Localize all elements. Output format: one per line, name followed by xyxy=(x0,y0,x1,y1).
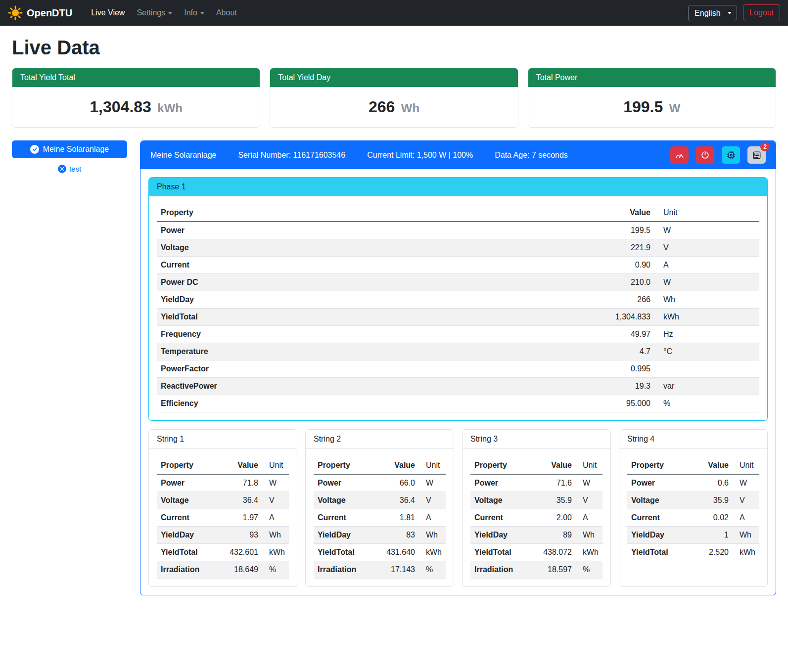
power-button[interactable] xyxy=(696,146,714,164)
unit-cell: V xyxy=(576,492,603,509)
card-title: Total Yield Total xyxy=(12,68,260,87)
logout-button[interactable]: Logout xyxy=(743,4,780,21)
unit-cell: Wh xyxy=(576,527,603,544)
check-circle-icon xyxy=(30,145,39,154)
string-card-title: String 3 xyxy=(463,430,610,449)
device-info-button[interactable] xyxy=(722,146,740,164)
value-cell: 1 xyxy=(697,527,733,544)
property-cell: Irradiation xyxy=(470,561,539,579)
table-header-row: Property Value Unit xyxy=(470,457,603,474)
live-data-page: Live Data Total Yield Total 1,304.83 kWh… xyxy=(0,26,788,607)
table-row: YieldDay 89 Wh xyxy=(470,527,603,544)
string-card-title: String 2 xyxy=(306,430,454,449)
event-count-badge: 2 xyxy=(760,142,770,151)
value-cell: 1.81 xyxy=(382,509,419,527)
col-header-property: Property xyxy=(314,457,382,474)
value-cell: 266 xyxy=(590,291,654,309)
value-cell: 432.601 xyxy=(226,544,262,561)
unit-cell: A xyxy=(654,257,759,274)
inverter-serial: Serial Number: 116171603546 xyxy=(238,151,345,160)
string-4-card: String 4 Property Value Unit xyxy=(619,429,768,587)
property-cell: Voltage xyxy=(470,492,539,509)
inverter-button-test[interactable]: test xyxy=(12,164,127,174)
property-cell: Power xyxy=(470,474,539,492)
table-row: YieldDay 93 Wh xyxy=(157,527,289,544)
value-cell: 93 xyxy=(226,527,262,544)
card-value: 266 xyxy=(369,98,395,116)
inverter-button-selected[interactable]: Meine Solaranlage xyxy=(12,140,127,158)
cpu-icon xyxy=(726,150,736,160)
table-row: YieldDay 266 Wh xyxy=(157,291,759,309)
unit-cell: % xyxy=(654,395,759,412)
value-cell: 18.649 xyxy=(226,561,262,579)
unit-cell: V xyxy=(654,239,759,257)
nav-info-label: Info xyxy=(184,8,197,17)
value-cell: 18.597 xyxy=(539,561,576,579)
nav-info[interactable]: Info xyxy=(179,4,209,21)
property-cell: Current xyxy=(470,509,539,527)
col-header-property: Property xyxy=(157,204,590,222)
property-cell: YieldDay xyxy=(157,527,226,544)
power-icon xyxy=(700,150,710,160)
unit-cell: % xyxy=(576,561,603,579)
property-cell: ReactivePower xyxy=(157,378,590,395)
unit-cell: V xyxy=(419,492,446,509)
nav-live-view[interactable]: Live View xyxy=(86,4,130,21)
card-unit: kWh xyxy=(157,101,183,115)
table-row: Temperature 4.7 °C xyxy=(157,343,759,360)
table-row: YieldTotal 1,304.833 kWh xyxy=(157,309,759,326)
phase-card-title: Phase 1 xyxy=(149,178,767,196)
string-table-body: Power 0.6 W Voltage 35.9 V xyxy=(627,474,759,561)
value-cell: 1.97 xyxy=(226,509,262,527)
property-cell: YieldTotal xyxy=(470,544,539,561)
table-header-row: Property Value Unit xyxy=(157,204,759,222)
value-cell: 2.520 xyxy=(697,544,733,561)
inverter-link-label: test xyxy=(69,165,81,173)
unit-cell: kWh xyxy=(576,544,603,561)
nav-settings[interactable]: Settings xyxy=(132,4,177,21)
value-cell: 36.4 xyxy=(382,492,419,509)
property-cell: Current xyxy=(627,509,697,527)
chevron-down-icon xyxy=(168,12,172,14)
table-row: Voltage 35.9 V xyxy=(627,492,759,509)
table-row: Efficiency 95.000 % xyxy=(157,395,759,412)
unit-cell: Wh xyxy=(419,527,446,544)
card-title: Total Power xyxy=(528,68,776,87)
language-select[interactable]: English xyxy=(688,5,737,21)
unit-cell: °C xyxy=(654,343,759,360)
value-cell: 210.0 xyxy=(590,274,654,291)
property-cell: Power xyxy=(157,474,226,492)
brand-logo[interactable]: OpenDTU xyxy=(8,5,72,20)
property-cell: YieldTotal xyxy=(627,544,697,561)
value-cell: 89 xyxy=(539,527,576,544)
property-cell: Voltage xyxy=(314,492,382,509)
unit-cell: Wh xyxy=(733,527,759,544)
value-cell: 0.6 xyxy=(697,474,733,492)
unit-cell: W xyxy=(654,274,759,291)
value-cell: 199.5 xyxy=(590,222,654,239)
value-cell: 2.00 xyxy=(539,509,576,527)
limit-settings-button[interactable] xyxy=(670,146,689,164)
table-header-row: Property Value Unit xyxy=(157,457,289,474)
table-row: Current 1.97 A xyxy=(157,509,289,527)
nav-settings-label: Settings xyxy=(137,8,165,17)
page-title: Live Data xyxy=(12,37,776,59)
string-2-table: Property Value Unit Power xyxy=(314,457,446,579)
top-navbar: OpenDTU Live View Settings Info About En… xyxy=(0,0,788,26)
string-4-table: Property Value Unit Power xyxy=(627,457,759,561)
string-table-body: Power 66.0 W Voltage 36.4 V xyxy=(314,474,446,579)
value-cell: 19.3 xyxy=(590,378,654,395)
inverter-panel: Meine Solaranlage Serial Number: 1161716… xyxy=(140,140,776,595)
property-cell: Frequency xyxy=(157,326,590,343)
main-nav: Live View Settings Info About xyxy=(86,4,242,21)
nav-about[interactable]: About xyxy=(211,4,242,21)
property-cell: Irradiation xyxy=(314,561,382,579)
unit-cell: A xyxy=(733,509,759,527)
property-cell: Power xyxy=(314,474,382,492)
value-cell: 0.02 xyxy=(697,509,733,527)
chevron-down-icon xyxy=(200,12,204,14)
property-cell: Power xyxy=(157,222,590,239)
event-log-button[interactable]: 2 xyxy=(747,146,766,164)
value-cell: 438.072 xyxy=(539,544,576,561)
inverter-selector: Meine Solaranlage test xyxy=(12,140,127,174)
